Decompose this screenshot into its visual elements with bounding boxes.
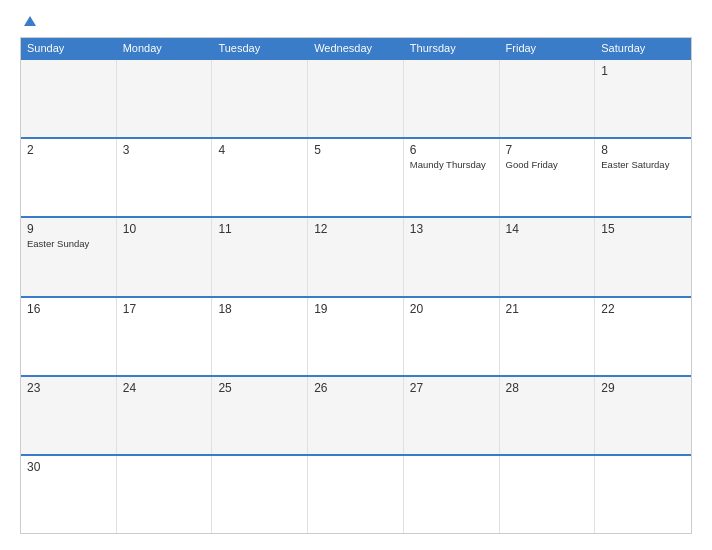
calendar-grid: SundayMondayTuesdayWednesdayThursdayFrid… — [20, 37, 692, 534]
calendar-week-row: 16171819202122 — [21, 296, 691, 375]
calendar-day-cell: 3 — [117, 139, 213, 216]
header — [20, 16, 692, 27]
day-number: 24 — [123, 381, 206, 395]
calendar-body: 123456Maundy Thursday7Good Friday8Easter… — [21, 58, 691, 533]
calendar-day-cell: 23 — [21, 377, 117, 454]
calendar-day-cell: 14 — [500, 218, 596, 295]
calendar-day-cell: 16 — [21, 298, 117, 375]
day-number: 6 — [410, 143, 493, 157]
calendar-header-cell: Sunday — [21, 38, 117, 58]
calendar-day-cell: 22 — [595, 298, 691, 375]
day-number: 9 — [27, 222, 110, 236]
day-number: 10 — [123, 222, 206, 236]
day-number: 30 — [27, 460, 110, 474]
calendar-day-cell: 15 — [595, 218, 691, 295]
calendar-day-cell: 2 — [21, 139, 117, 216]
day-number: 12 — [314, 222, 397, 236]
day-number: 5 — [314, 143, 397, 157]
day-number: 11 — [218, 222, 301, 236]
calendar-day-cell: 27 — [404, 377, 500, 454]
day-number: 29 — [601, 381, 685, 395]
calendar-page: SundayMondayTuesdayWednesdayThursdayFrid… — [0, 0, 712, 550]
calendar-day-cell — [500, 60, 596, 137]
calendar-header-row: SundayMondayTuesdayWednesdayThursdayFrid… — [21, 38, 691, 58]
calendar-day-cell: 21 — [500, 298, 596, 375]
calendar-header-cell: Wednesday — [308, 38, 404, 58]
day-number: 16 — [27, 302, 110, 316]
day-number: 25 — [218, 381, 301, 395]
day-number: 18 — [218, 302, 301, 316]
calendar-day-cell: 6Maundy Thursday — [404, 139, 500, 216]
calendar-day-cell — [212, 60, 308, 137]
logo — [20, 16, 36, 27]
day-number: 17 — [123, 302, 206, 316]
day-number: 22 — [601, 302, 685, 316]
day-number: 15 — [601, 222, 685, 236]
calendar-day-cell: 1 — [595, 60, 691, 137]
day-number: 14 — [506, 222, 589, 236]
calendar-day-cell — [308, 60, 404, 137]
calendar-day-cell — [404, 60, 500, 137]
day-number: 1 — [601, 64, 685, 78]
calendar-day-cell: 25 — [212, 377, 308, 454]
day-number: 8 — [601, 143, 685, 157]
day-event: Good Friday — [506, 159, 589, 171]
calendar-header-cell: Tuesday — [212, 38, 308, 58]
calendar-week-row: 1 — [21, 58, 691, 137]
calendar-day-cell: 5 — [308, 139, 404, 216]
day-number: 23 — [27, 381, 110, 395]
logo-triangle-icon — [24, 16, 36, 26]
calendar-day-cell — [595, 456, 691, 533]
day-number: 13 — [410, 222, 493, 236]
calendar-day-cell — [21, 60, 117, 137]
calendar-day-cell: 8Easter Saturday — [595, 139, 691, 216]
day-number: 4 — [218, 143, 301, 157]
calendar-header-cell: Saturday — [595, 38, 691, 58]
calendar-week-row: 23456Maundy Thursday7Good Friday8Easter … — [21, 137, 691, 216]
calendar-day-cell — [404, 456, 500, 533]
calendar-header-cell: Friday — [500, 38, 596, 58]
calendar-header-cell: Thursday — [404, 38, 500, 58]
calendar-day-cell: 4 — [212, 139, 308, 216]
calendar-day-cell: 17 — [117, 298, 213, 375]
day-event: Maundy Thursday — [410, 159, 493, 171]
calendar-day-cell: 12 — [308, 218, 404, 295]
calendar-day-cell: 13 — [404, 218, 500, 295]
day-number: 27 — [410, 381, 493, 395]
calendar-day-cell: 30 — [21, 456, 117, 533]
day-number: 28 — [506, 381, 589, 395]
calendar-day-cell: 10 — [117, 218, 213, 295]
day-number: 20 — [410, 302, 493, 316]
calendar-week-row: 30 — [21, 454, 691, 533]
day-number: 26 — [314, 381, 397, 395]
calendar-day-cell: 28 — [500, 377, 596, 454]
calendar-day-cell: 11 — [212, 218, 308, 295]
calendar-day-cell — [117, 60, 213, 137]
calendar-header-cell: Monday — [117, 38, 213, 58]
calendar-week-row: 23242526272829 — [21, 375, 691, 454]
day-number: 3 — [123, 143, 206, 157]
calendar-day-cell: 7Good Friday — [500, 139, 596, 216]
calendar-day-cell: 24 — [117, 377, 213, 454]
calendar-day-cell: 9Easter Sunday — [21, 218, 117, 295]
logo-blue-text — [20, 16, 36, 27]
calendar-day-cell: 29 — [595, 377, 691, 454]
day-number: 2 — [27, 143, 110, 157]
calendar-day-cell: 18 — [212, 298, 308, 375]
calendar-day-cell — [500, 456, 596, 533]
calendar-day-cell — [117, 456, 213, 533]
calendar-day-cell: 19 — [308, 298, 404, 375]
day-number: 19 — [314, 302, 397, 316]
calendar-day-cell: 20 — [404, 298, 500, 375]
calendar-day-cell — [212, 456, 308, 533]
calendar-day-cell — [308, 456, 404, 533]
day-event: Easter Sunday — [27, 238, 110, 250]
day-event: Easter Saturday — [601, 159, 685, 171]
day-number: 21 — [506, 302, 589, 316]
calendar-week-row: 9Easter Sunday101112131415 — [21, 216, 691, 295]
day-number: 7 — [506, 143, 589, 157]
calendar-day-cell: 26 — [308, 377, 404, 454]
